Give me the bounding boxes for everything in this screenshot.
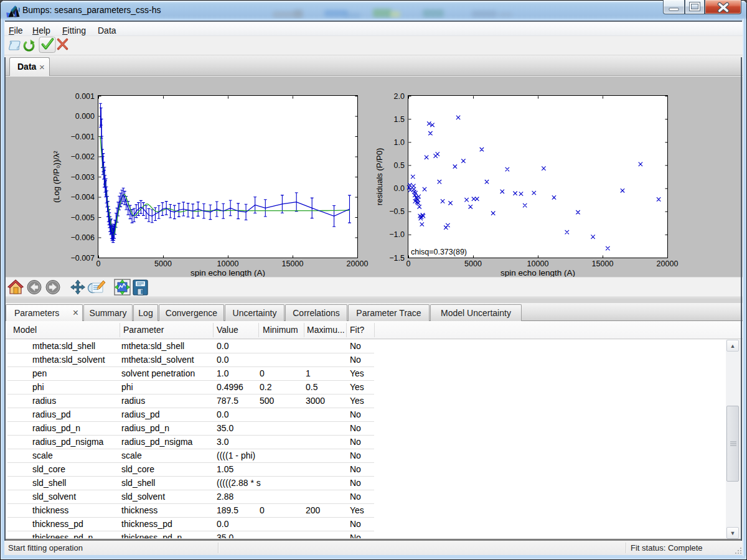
svg-text:−0.003: −0.003 [70, 173, 95, 182]
svg-text:10000: 10000 [527, 259, 549, 268]
svg-text:15000: 15000 [282, 259, 304, 268]
svg-text:−0.005: −0.005 [70, 213, 95, 222]
svg-text:0: 0 [96, 259, 101, 268]
svg-text:spin echo length (A): spin echo length (A) [500, 268, 575, 277]
svg-text:1.0: 1.0 [394, 138, 405, 147]
svg-text:−1.0: −1.0 [389, 230, 405, 239]
svg-text:0.0: 0.0 [394, 184, 405, 193]
svg-text:(Log (P/P₀))/λ²: (Log (P/P₀))/λ² [52, 151, 61, 203]
svg-text:5000: 5000 [154, 259, 172, 268]
svg-text:15000: 15000 [592, 259, 614, 268]
svg-text:−0.006: −0.006 [70, 233, 95, 242]
svg-text:10000: 10000 [217, 259, 239, 268]
svg-text:spin echo length (A): spin echo length (A) [190, 268, 265, 277]
svg-text:5000: 5000 [464, 259, 482, 268]
svg-text:2.0: 2.0 [394, 92, 405, 101]
svg-text:chisq=0.373(89): chisq=0.373(89) [411, 248, 467, 256]
svg-text:residuals (P/P0): residuals (P/P0) [375, 148, 384, 205]
svg-text:−0.004: −0.004 [70, 193, 95, 202]
svg-text:20000: 20000 [347, 259, 369, 268]
svg-text:−0.001: −0.001 [70, 133, 95, 141]
svg-text:−0.002: −0.002 [70, 152, 95, 161]
svg-text:0.001: 0.001 [75, 92, 95, 101]
svg-text:−0.5: −0.5 [389, 207, 405, 216]
svg-text:1.5: 1.5 [394, 115, 405, 124]
svg-text:0.000: 0.000 [75, 112, 95, 121]
svg-text:−0.007: −0.007 [70, 254, 95, 263]
svg-text:−1.5: −1.5 [389, 254, 405, 263]
svg-text:20000: 20000 [657, 259, 679, 268]
svg-text:0.5: 0.5 [394, 161, 405, 170]
svg-text:0: 0 [406, 259, 411, 268]
